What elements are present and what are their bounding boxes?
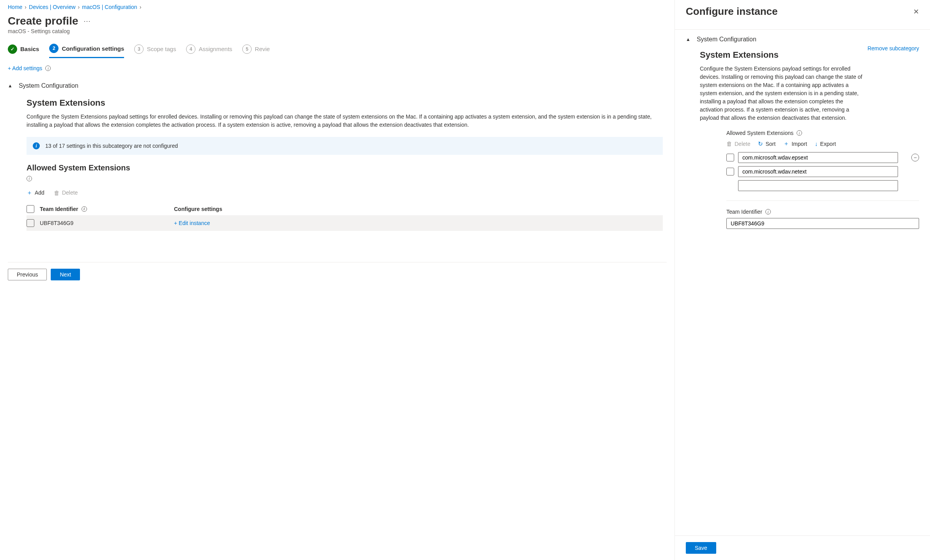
allowed-extensions-label: Allowed System Extensions (726, 130, 793, 136)
plus-icon: ＋ (27, 189, 32, 197)
info-icon[interactable]: i (27, 176, 32, 181)
chevron-up-icon: ▲ (8, 83, 12, 89)
select-all-checkbox[interactable] (27, 205, 34, 213)
panel-system-extensions-title: System Extensions (700, 50, 779, 60)
chevron-right-icon: › (140, 4, 142, 10)
breadcrumb-macos[interactable]: macOS | Configuration (82, 4, 137, 10)
column-configure-settings: Configure settings (174, 206, 222, 212)
next-button[interactable]: Next (51, 269, 80, 280)
edit-instance-link[interactable]: + Edit instance (174, 220, 210, 226)
chevron-right-icon: › (25, 4, 27, 10)
panel-section-system-config[interactable]: ▲ System Configuration (686, 36, 919, 43)
extension-checkbox[interactable] (726, 154, 734, 161)
wizard-step-label: Assignments (199, 46, 232, 52)
add-button[interactable]: ＋ Add (27, 189, 44, 197)
system-extensions-description: Configure the System Extensions payload … (27, 113, 663, 129)
table-header: Team Identifier i Configure settings (27, 203, 663, 215)
chevron-up-icon: ▲ (686, 37, 690, 42)
allowed-extensions-title: Allowed System Extensions (27, 163, 130, 172)
wizard-footer: Previous Next (8, 262, 667, 287)
wizard-step-label: Basics (20, 46, 39, 52)
info-icon[interactable]: i (45, 66, 51, 71)
configure-instance-panel: Configure instance ✕ ▲ System Configurat… (674, 0, 930, 560)
table-row: UBF8T346G9 + Edit instance (27, 215, 663, 231)
team-identifier-label: Team Identifier (726, 209, 762, 215)
separator (726, 200, 919, 201)
extension-input-1[interactable] (738, 152, 898, 163)
close-icon[interactable]: ✕ (913, 7, 919, 16)
step-number-icon: 5 (242, 44, 252, 54)
page-title: Create profile (8, 15, 78, 27)
plus-icon: ＋ (783, 140, 789, 147)
extension-checkbox[interactable] (726, 168, 734, 175)
save-button[interactable]: Save (686, 542, 716, 554)
row-checkbox[interactable] (27, 219, 34, 227)
extension-row (700, 180, 919, 191)
step-number-icon: 2 (49, 44, 59, 53)
add-label: Add (35, 190, 44, 196)
trash-icon: 🗑 (726, 140, 732, 147)
info-icon[interactable]: i (82, 206, 87, 212)
wizard-step-scope[interactable]: 3 Scope tags (134, 44, 176, 58)
more-actions-button[interactable]: ··· (84, 17, 91, 25)
delete-button[interactable]: 🗑 Delete (54, 189, 78, 197)
remove-row-icon[interactable]: − (911, 154, 919, 161)
system-extensions-title: System Extensions (27, 98, 663, 108)
info-icon[interactable]: i (765, 209, 771, 214)
delete-label: Delete (62, 190, 78, 196)
info-icon: i (33, 142, 40, 149)
sort-icon: ↻ (758, 140, 763, 147)
wizard-step-label: Configuration settings (62, 45, 124, 52)
chevron-right-icon: › (78, 4, 80, 10)
team-identifier-input[interactable] (726, 218, 919, 229)
panel-import-button[interactable]: ＋ Import (783, 140, 807, 147)
panel-system-extensions-description: Configure the System Extensions payload … (700, 65, 864, 122)
wizard-step-label: Scope tags (147, 46, 176, 52)
panel-sort-button[interactable]: ↻ Sort (758, 140, 776, 147)
breadcrumb: Home › Devices | Overview › macOS | Conf… (8, 0, 667, 10)
wizard-step-label: Revie (255, 46, 270, 52)
extension-row: − (700, 152, 919, 163)
step-number-icon: 3 (134, 44, 144, 54)
team-identifier-value: UBF8T346G9 (40, 220, 169, 226)
page-subtitle: macOS - Settings catalog (8, 28, 667, 34)
wizard-step-review[interactable]: 5 Revie (242, 44, 270, 58)
wizard-step-assignments[interactable]: 4 Assignments (186, 44, 232, 58)
download-icon: ↓ (815, 140, 818, 147)
panel-delete-button[interactable]: 🗑 Delete (726, 140, 750, 147)
remove-subcategory-link[interactable]: Remove subcategory (868, 45, 919, 51)
wizard-step-config[interactable]: 2 Configuration settings (49, 44, 124, 58)
extension-row (700, 166, 919, 177)
section-label: System Configuration (697, 36, 756, 43)
panel-export-button[interactable]: ↓ Export (815, 140, 836, 147)
previous-button[interactable]: Previous (8, 269, 47, 280)
trash-icon: 🗑 (54, 190, 60, 196)
breadcrumb-devices[interactable]: Devices | Overview (29, 4, 76, 10)
info-banner: i 13 of 17 settings in this subcategory … (27, 137, 663, 155)
wizard-steps: ✓ Basics 2 Configuration settings 3 Scop… (8, 44, 667, 58)
extension-input-2[interactable] (738, 166, 898, 177)
step-number-icon: 4 (186, 44, 195, 54)
breadcrumb-home[interactable]: Home (8, 4, 22, 10)
section-label: System Configuration (19, 82, 78, 89)
banner-text: 13 of 17 settings in this subcategory ar… (45, 143, 178, 149)
add-settings-button[interactable]: + Add settings (8, 65, 42, 71)
section-system-config[interactable]: ▲ System Configuration (8, 82, 667, 89)
wizard-step-basics[interactable]: ✓ Basics (8, 44, 39, 58)
column-team-identifier[interactable]: Team Identifier i (40, 206, 169, 212)
panel-title: Configure instance (686, 5, 777, 18)
check-icon: ✓ (8, 44, 17, 54)
extension-input-empty[interactable] (738, 180, 898, 191)
info-icon[interactable]: i (797, 130, 802, 136)
